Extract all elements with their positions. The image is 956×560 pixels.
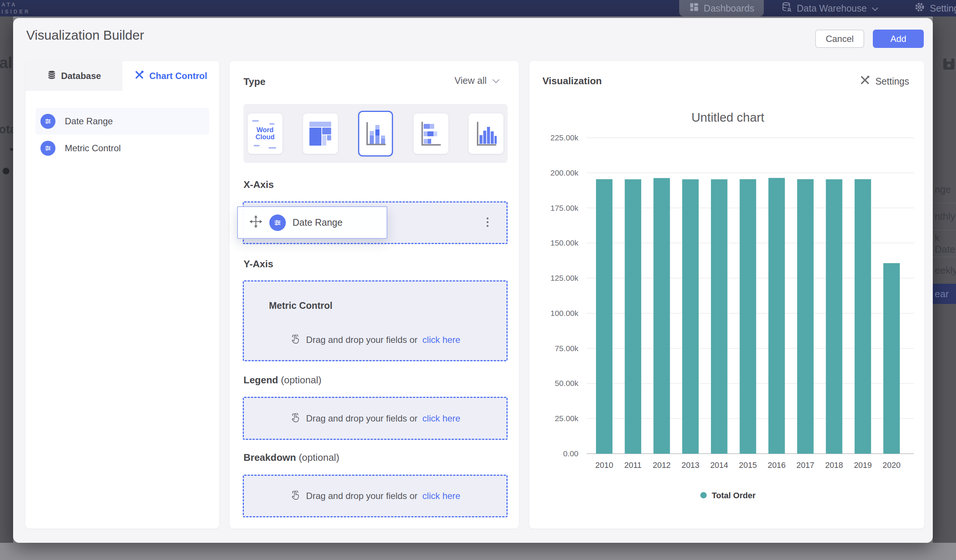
chart-type-strip: Word Cloud	[244, 104, 508, 163]
legend-label[interactable]: Total Order	[712, 491, 756, 500]
chart-title: Untitled chart	[692, 110, 764, 124]
sliders-icon	[41, 141, 55, 156]
tools-icon	[134, 70, 145, 82]
bar-2011[interactable]	[625, 179, 642, 454]
chart-type-treemap[interactable]	[303, 113, 338, 154]
x-tick-label: 2014	[710, 461, 728, 470]
click-here-link[interactable]: click here	[423, 491, 461, 501]
x-tick-label: 2019	[854, 461, 872, 470]
optional-label: (optional)	[281, 374, 321, 386]
settings-button[interactable]: Settings	[859, 74, 909, 88]
x-axis-section-label: X-Axis	[244, 179, 274, 191]
chart-type-column[interactable]	[469, 113, 503, 154]
tap-hand-icon	[290, 333, 301, 347]
bar-2015[interactable]	[740, 179, 756, 454]
breakdown-dropzone[interactable]: Drag and drop your fields or click here	[243, 475, 508, 517]
tab-database[interactable]: Database	[25, 61, 123, 91]
bar-2012[interactable]	[653, 178, 670, 454]
chart-type-word-cloud[interactable]: Word Cloud	[248, 113, 283, 154]
drop-text: Drag and drop your fields or	[306, 413, 418, 424]
legend-dropzone[interactable]: Drag and drop your fields or click here	[243, 397, 508, 440]
sliders-icon	[41, 114, 55, 129]
y-tick-label: 25.00k	[555, 414, 579, 423]
fields-sidebar: Database Chart Control Date Range	[25, 61, 219, 529]
chart-type-stacked-column-selected[interactable]	[358, 111, 393, 157]
bar-2018[interactable]	[826, 179, 843, 454]
y-tick-label: 175.00k	[550, 204, 579, 212]
field-item-metric-control[interactable]: Metric Control	[36, 135, 209, 162]
nav-tab-label: Data Warehouse	[797, 3, 867, 14]
save-icon	[942, 58, 955, 71]
optional-label: (optional)	[299, 452, 339, 463]
bg-text-fragment: al	[0, 54, 13, 72]
bar-2019[interactable]	[854, 179, 871, 454]
column-chart-icon	[475, 120, 498, 147]
bar-2016[interactable]	[768, 178, 785, 454]
nav-tab-data-warehouse[interactable]: Data Warehouse	[781, 0, 879, 16]
word-cloud-mini-word	[252, 120, 259, 122]
bar-2010[interactable]	[596, 179, 612, 454]
add-button[interactable]: Add	[873, 30, 924, 48]
y-tick-label: 125.00k	[550, 274, 579, 282]
x-tick-label: 2012	[653, 461, 671, 470]
y-tick-label: 200.00k	[550, 168, 579, 177]
bar-2020[interactable]	[883, 263, 900, 454]
chevron-down-icon	[871, 3, 879, 14]
x-tick-label: 2017	[796, 461, 814, 470]
date-range-drag-chip[interactable]: Date Range	[237, 206, 387, 239]
nav-tab-label: Settings	[930, 3, 956, 14]
bg-list-item: nge	[933, 176, 956, 203]
database-icon	[47, 70, 57, 82]
bar-2013[interactable]	[682, 179, 699, 454]
bar-2017[interactable]	[797, 179, 814, 454]
modal-title: Visualization Builder	[26, 28, 144, 43]
y-tick-label: 0.00	[563, 449, 579, 458]
move-cursor-icon	[249, 215, 263, 231]
bar-chart: Untitled chart0.0025.00k50.00k75.00k100.…	[541, 106, 915, 507]
click-here-link[interactable]: click here	[423, 335, 461, 345]
x-tick-label: 2020	[882, 461, 901, 470]
top-navigation-bar: ATA ISIDER Dashboards Data Warehouse	[0, 0, 956, 16]
tab-chart-control[interactable]: Chart Control	[123, 61, 220, 91]
treemap-icon	[309, 120, 332, 147]
type-section-label: Type	[244, 76, 266, 88]
y-axis-dropzone[interactable]: Metric Control Drag and drop your fields…	[243, 280, 508, 361]
visualization-builder-modal: Visualization Builder Cancel Add Databas…	[13, 18, 933, 543]
x-tick-label: 2013	[681, 461, 700, 470]
tab-label: Database	[61, 71, 101, 81]
chip-label: Date Range	[292, 217, 343, 228]
chart-builder-panel: Type View all Word Cloud	[230, 61, 519, 529]
visualization-header: Visualization	[542, 75, 602, 87]
nav-tab-dashboards[interactable]: Dashboards	[679, 0, 764, 16]
tap-hand-icon	[290, 489, 301, 503]
drop-text: Drag and drop your fields or	[306, 335, 418, 345]
logo-line-1: ATA	[2, 1, 30, 8]
y-tick-label: 100.00k	[550, 309, 579, 317]
view-all-dropdown[interactable]: View all	[454, 75, 500, 86]
chart-type-stacked-bar[interactable]	[414, 113, 448, 154]
field-item-date-range[interactable]: Date Range	[36, 108, 209, 135]
x-tick-label: 2015	[739, 461, 757, 470]
nav-tab-settings[interactable]: Settings	[914, 0, 956, 16]
tab-label: Chart Control	[149, 71, 207, 81]
bg-list-item: k Date	[933, 230, 956, 257]
kebab-menu-icon[interactable]	[485, 216, 490, 228]
bar-2014[interactable]	[711, 179, 728, 454]
word-cloud-mini-word	[254, 145, 259, 146]
cancel-button[interactable]: Cancel	[815, 30, 864, 48]
stacked-bar-icon	[419, 120, 442, 147]
logo-line-2: ISIDER	[2, 8, 30, 15]
crossed-tools-icon	[859, 74, 871, 88]
chevron-down-icon	[492, 75, 500, 86]
gear-icon	[914, 2, 925, 15]
click-here-link[interactable]: click here	[423, 413, 461, 424]
field-list: Date Range Metric Control	[25, 91, 219, 162]
x-tick-label: 2010	[595, 461, 613, 470]
x-tick-label: 2018	[825, 461, 843, 470]
nav-tab-label: Dashboards	[704, 3, 755, 14]
dashboard-grid-icon	[689, 2, 700, 15]
dimmed-page-left: al ota	[0, 16, 13, 543]
legend-section-label: Legend (optional)	[244, 374, 321, 386]
drop-text: Drag and drop your fields or	[306, 491, 418, 501]
word-cloud-label: Word	[255, 127, 275, 133]
